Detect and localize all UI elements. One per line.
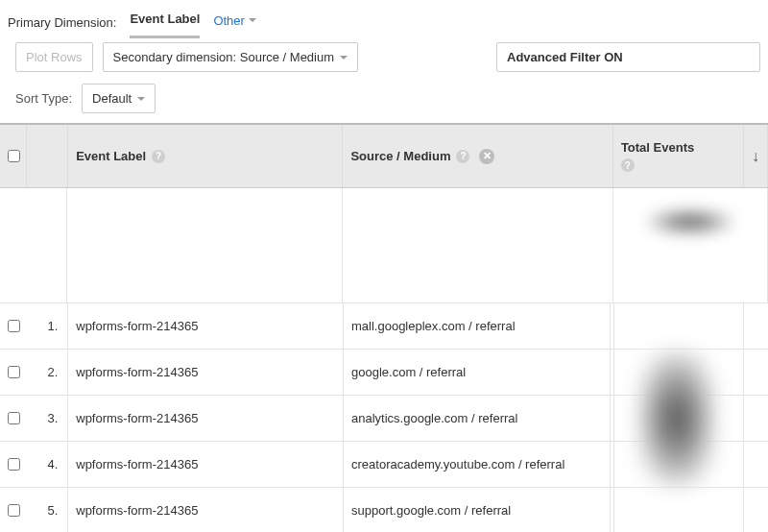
- row-event-label[interactable]: wpforms-form-214365: [68, 396, 344, 441]
- header-total-events: Total Events: [621, 140, 694, 155]
- chevron-down-icon: [249, 18, 256, 22]
- row-source-medium[interactable]: creatoracademy.youtube.com / referral: [344, 442, 614, 487]
- table-header: Event Label ? Source / Medium ? ✕ Total …: [0, 125, 768, 188]
- row-source-medium[interactable]: support.google.com / referral: [344, 488, 614, 532]
- sort-descending-icon[interactable]: ↓: [752, 148, 759, 165]
- row-checkbox[interactable]: [8, 366, 20, 378]
- row-source-medium[interactable]: mall.googleplex.com / referral: [344, 303, 614, 349]
- row-event-label[interactable]: wpforms-form-214365: [68, 442, 344, 487]
- row-index: 3.: [27, 396, 68, 441]
- row-checkbox[interactable]: [8, 412, 20, 424]
- dimension-tabs: Event Label Other: [130, 6, 255, 38]
- sort-type-dropdown[interactable]: Default: [82, 84, 156, 113]
- row-checkbox[interactable]: [8, 504, 20, 517]
- help-icon[interactable]: ?: [621, 158, 635, 172]
- advanced-filter-box[interactable]: Advanced Filter ON: [496, 42, 760, 72]
- plot-rows-button[interactable]: Plot Rows: [15, 42, 93, 72]
- row-index: 2.: [27, 350, 68, 395]
- tab-event-label[interactable]: Event Label: [130, 6, 200, 38]
- row-event-label[interactable]: wpforms-form-214365: [68, 488, 344, 532]
- row-source-medium[interactable]: analytics.google.com / referral: [344, 396, 614, 441]
- row-event-label[interactable]: wpforms-form-214365: [68, 350, 344, 395]
- row-checkbox[interactable]: [8, 458, 20, 471]
- blurred-total: [647, 207, 733, 236]
- help-icon[interactable]: ?: [456, 150, 469, 163]
- header-event-label: Event Label: [76, 149, 146, 163]
- row-index: 4.: [27, 442, 68, 487]
- sort-type-label: Sort Type:: [15, 91, 72, 106]
- summary-row: [0, 188, 768, 303]
- tab-other[interactable]: Other: [213, 6, 256, 38]
- secondary-dimension-label: Secondary dimension: Source / Medium: [113, 50, 335, 64]
- chevron-down-icon: [340, 56, 348, 60]
- remove-dimension-icon[interactable]: ✕: [479, 149, 494, 164]
- help-icon[interactable]: ?: [152, 150, 165, 163]
- blurred-values-column: [610, 303, 744, 532]
- sort-type-value: Default: [92, 91, 132, 106]
- select-all-checkbox[interactable]: [8, 150, 20, 162]
- row-event-label[interactable]: wpforms-form-214365: [68, 303, 344, 349]
- primary-dimension-label: Primary Dimension:: [8, 15, 116, 30]
- row-source-medium[interactable]: google.com / referral: [344, 350, 614, 395]
- row-index: 5.: [27, 488, 68, 532]
- data-table: Event Label ? Source / Medium ? ✕ Total …: [0, 123, 768, 532]
- chevron-down-icon: [137, 97, 145, 101]
- row-checkbox[interactable]: [8, 320, 20, 332]
- header-source-medium: Source / Medium: [350, 149, 450, 163]
- secondary-dimension-dropdown[interactable]: Secondary dimension: Source / Medium: [103, 42, 359, 72]
- tab-other-label: Other: [213, 13, 245, 28]
- row-index: 1.: [27, 303, 68, 349]
